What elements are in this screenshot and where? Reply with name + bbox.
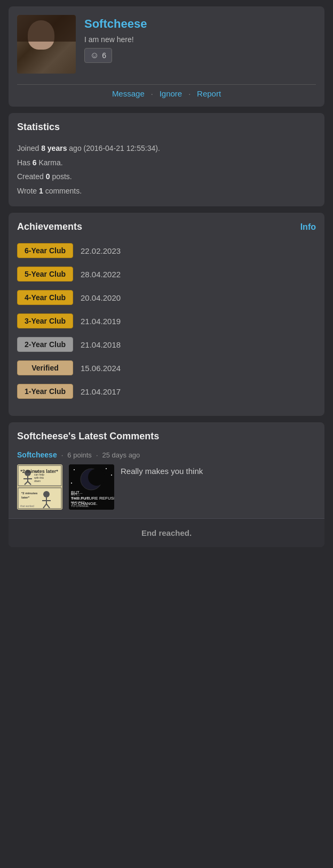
comment-separator: · (61, 451, 64, 459)
svg-point-14 (43, 491, 50, 497)
comment-thumbnail-left: this can help with this down *2 minutes … (17, 464, 62, 510)
end-reached: End reached. (9, 518, 324, 547)
svg-text:REFUSED: REFUSED (71, 501, 85, 504)
comments-card: Softcheese's Latest Comments Softcheese … (9, 422, 324, 547)
svg-text:TO CHANGE.: TO CHANGE. (71, 504, 90, 508)
svg-text:BUT...: BUT... (71, 493, 80, 496)
profile-info: Softcheese I am new here! ☺ 6 (84, 15, 147, 63)
svg-text:THE FUTURE: THE FUTURE (71, 497, 90, 500)
achievement-row: 3-Year Club 21.04.2019 (17, 314, 316, 328)
achievement-badge-2: 4-Year Club (17, 290, 73, 305)
statistics-card: Statistics Joined 8 years ago (2016-04-2… (9, 113, 324, 206)
karma-val: 6 (33, 158, 39, 167)
achievement-row: 5-Year Club 28.04.2022 (17, 267, 316, 282)
svg-text:later*: later* (21, 496, 30, 499)
svg-text:down: down (34, 479, 41, 483)
achievement-row: 1-Year Club 21.04.2017 (17, 384, 316, 399)
comment-body: this can help with this down *2 minutes … (17, 464, 316, 510)
achievement-date-1: 28.04.2022 (81, 270, 121, 279)
karma-label: Has (17, 158, 30, 167)
message-link[interactable]: Message (112, 89, 145, 98)
joined-line: Joined 8 years ago (2016-04-21 12:55:34)… (17, 141, 316, 156)
svg-point-27 (71, 483, 72, 484)
achievement-date-5: 15.06.2024 (81, 364, 121, 373)
achievements-title: Achievements (17, 221, 82, 232)
avatar (17, 15, 76, 74)
achievement-badge-5: Verified (17, 360, 73, 375)
comments-title: Softcheese's Latest Comments (17, 431, 316, 442)
posts-line: Created 0 posts. (17, 170, 316, 184)
profile-card: Softcheese I am new here! ☺ 6 Message · … (9, 6, 324, 107)
achievement-badge-6: 1-Year Club (17, 384, 73, 399)
achievement-date-3: 21.04.2019 (81, 317, 121, 326)
svg-text:this: this (34, 470, 38, 473)
ignore-link[interactable]: Ignore (160, 89, 183, 98)
profile-actions: Message · Ignore · Report (17, 84, 316, 98)
comment-thumbnail-right: BUT... THE FUTURE REFUSED TO CHANGE. (69, 464, 114, 510)
separator-2: · (188, 90, 191, 98)
comment-points: 6 points (67, 451, 92, 459)
joined-label: Joined (17, 144, 41, 152)
statistics-title: Statistics (17, 122, 316, 133)
svg-point-23 (88, 469, 105, 486)
achievement-date-4: 21.04.2018 (81, 340, 121, 349)
achievement-row: Verified 15.06.2024 (17, 360, 316, 375)
achievement-date-2: 20.04.2020 (81, 293, 121, 302)
achievements-header: Achievements Info (17, 221, 316, 232)
achievement-row: 4-Year Club 20.04.2020 (17, 290, 316, 305)
achievements-card: Achievements Info 6-Year Club 22.02.2023… (9, 213, 324, 416)
svg-point-25 (106, 468, 107, 469)
svg-point-3 (25, 470, 31, 476)
karma-line: Has 6 Karma. (17, 156, 316, 170)
karma-value: 6 (102, 51, 106, 60)
comment-separator-2: · (96, 451, 98, 459)
joined-suffix: ago (2016-04-21 12:55:34). (69, 144, 160, 152)
achievement-date-0: 22.02.2023 (81, 246, 121, 255)
separator-1: · (151, 90, 153, 98)
svg-point-24 (74, 469, 75, 470)
achievement-badge-1: 5-Year Club (17, 267, 73, 282)
comments-val: 1 (39, 187, 45, 195)
comment-text: Really makes you think (121, 464, 203, 476)
karma-suffix: Karma. (38, 158, 62, 167)
comments-label: Wrote (17, 187, 37, 195)
joined-years: 8 years (41, 144, 69, 152)
svg-text:*2 minutes: *2 minutes (21, 492, 38, 495)
achievement-badge-3: 3-Year Club (17, 314, 73, 328)
achievement-badge-0: 6-Year Club (17, 243, 73, 258)
svg-point-26 (111, 475, 112, 476)
achievement-row: 6-Year Club 22.02.2023 (17, 243, 316, 258)
comments-suffix: comments. (45, 187, 82, 195)
posts-suffix: posts. (52, 172, 72, 181)
svg-text:that worked: that worked (20, 504, 34, 508)
karma-badge: ☺ 6 (84, 48, 112, 63)
info-link[interactable]: Info (300, 222, 316, 232)
achievement-row: 2-Year Club 21.04.2018 (17, 337, 316, 352)
avatar-image (17, 15, 76, 74)
comment-item: Softcheese · 6 points · 25 days ago (17, 451, 316, 510)
achievement-badge-4: 2-Year Club (17, 337, 73, 352)
report-link[interactable]: Report (197, 89, 221, 98)
posts-val: 0 (46, 172, 52, 181)
achievement-date-6: 21.04.2017 (81, 387, 121, 396)
posts-label: Created (17, 172, 44, 181)
tagline: I am new here! (84, 35, 147, 44)
statistics-body: Joined 8 years ago (2016-04-21 12:55:34)… (17, 141, 316, 198)
comment-meta: Softcheese · 6 points · 25 days ago (17, 451, 316, 459)
smile-icon: ☺ (90, 51, 99, 60)
profile-top: Softcheese I am new here! ☺ 6 (17, 15, 316, 74)
comments-line: Wrote 1 comments. (17, 184, 316, 198)
username: Softcheese (84, 17, 147, 31)
comment-username[interactable]: Softcheese (17, 451, 57, 459)
comment-time: 25 days ago (102, 451, 140, 459)
